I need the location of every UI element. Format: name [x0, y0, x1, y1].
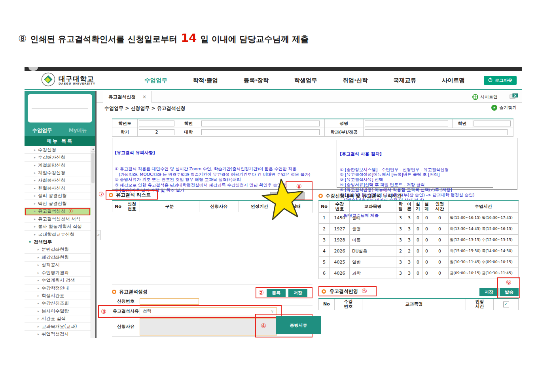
- table-cell: 생명: [350, 224, 396, 235]
- create-title: 유고결석생성: [119, 288, 148, 295]
- table-cell: 3: [405, 213, 414, 224]
- nav-item[interactable]: 취업·산학: [343, 77, 368, 84]
- sitemap-link[interactable]: 사이트맵: [472, 94, 498, 100]
- create-buttons-annotation-box: ② 등록 저장: [256, 287, 313, 298]
- sidebar-item[interactable]: ▸사회봉사신청: [25, 177, 95, 185]
- sidebar-item[interactable]: ▸헌혈봉사신청: [25, 185, 95, 192]
- dept-input[interactable]: [365, 129, 508, 135]
- arrow-right-icon: ▸: [34, 209, 36, 213]
- attach-documents-button[interactable]: 증빙서류: [276, 316, 321, 334]
- sidebar-item[interactable]: ▸수강신청: [25, 146, 95, 154]
- tab-close-icon[interactable]: ×: [142, 94, 146, 100]
- logo-subtitle: DAEGU UNIVERSITY: [59, 82, 95, 85]
- sidebar-tab-active[interactable]: 수업업무: [25, 127, 60, 134]
- nav-item[interactable]: 학적·졸업: [193, 77, 218, 84]
- reason-label: 신청사유: [112, 324, 140, 330]
- apply-save-button[interactable]: 저장: [479, 288, 498, 296]
- sidebar-item[interactable]: ▸시간표 검색: [25, 315, 95, 323]
- sidebar-item[interactable]: ▸성적공시: [25, 262, 95, 269]
- table-cell: 3: [396, 224, 405, 235]
- notice-line: ② [유고결석생성]메뉴에서 [등록]버튼 클릭 후 [저장]: [340, 172, 490, 177]
- arrow-right-icon: ▸: [34, 187, 36, 190]
- nav-item[interactable]: 등록·장학: [244, 77, 269, 84]
- arrow-right-icon: ▸: [38, 286, 39, 290]
- sidebar-item[interactable]: ▸생리 공결신청: [25, 192, 95, 200]
- scrollbar-thumb[interactable]: [91, 153, 95, 183]
- sidebar-item[interactable]: ▸취업적성검사: [25, 331, 95, 338]
- sidebar-scrollbar[interactable]: ▲: [91, 146, 95, 338]
- sidebar-item-label: 수업평가결과: [42, 270, 69, 276]
- list-title-annotation-box: 유고결석 리스트: [106, 190, 158, 200]
- sidebar-item[interactable]: ▸폐강강좌현황: [25, 254, 95, 261]
- annotation-circle-2: ②: [258, 290, 264, 296]
- register-button[interactable]: 등록: [267, 289, 286, 297]
- arrow-right-icon: ▸: [38, 332, 39, 336]
- table-row: 11450생태33000월(15:00~16:15) 월(16:30~17:45…: [319, 213, 519, 224]
- sidebar-item[interactable]: ▸수업평가결과: [25, 269, 95, 277]
- name-input[interactable]: [365, 121, 448, 126]
- sidebar-item[interactable]: ▸교과목개요(교과): [25, 323, 95, 330]
- scroll-up-icon[interactable]: ▲: [91, 146, 95, 152]
- sidebar-item-label: 수강신청: [38, 147, 56, 153]
- sidebar-item[interactable]: ▸국내학점교류신청: [25, 231, 95, 238]
- breadcrumb: 수업업무 > 신청업무 > 유고결석신청: [104, 105, 186, 112]
- sidebar-item[interactable]: ▸봉사 활동계획서 작성: [25, 223, 95, 230]
- power-icon: [488, 77, 492, 83]
- nav-item[interactable]: 학생업무: [294, 77, 317, 84]
- sidebar-item[interactable]: ▸수강학점안내: [25, 285, 95, 292]
- table-cell: 0: [422, 268, 431, 279]
- sidebar-item-label: 교과목개요(교과): [42, 324, 77, 330]
- sidebar-item[interactable]: ▸계절희망신청: [25, 162, 95, 169]
- arrow-right-icon: ▸: [34, 164, 36, 167]
- sidebar-item[interactable]: ∨검색업무: [25, 238, 95, 246]
- table-cell: 3: [405, 257, 414, 268]
- student-id-input[interactable]: [201, 121, 320, 126]
- year-input[interactable]: [139, 121, 174, 126]
- table-cell: 1: [319, 213, 330, 224]
- sidebar-item[interactable]: ▸계절수강신청: [25, 169, 95, 177]
- tab-absence-application[interactable]: 유고결석신청 ×: [103, 91, 152, 103]
- sidebar-item[interactable]: ▸분반강좌현황: [25, 246, 95, 254]
- arrow-right-icon: ▸: [34, 225, 36, 228]
- window-icon[interactable]: [510, 93, 518, 101]
- semester-input[interactable]: [139, 129, 174, 135]
- nav-item[interactable]: 사이트맵: [442, 77, 465, 84]
- table-cell: 3: [396, 235, 405, 246]
- sidebar-item[interactable]: ▸유고결석신청①: [25, 208, 95, 215]
- table-row: 64026과학33000금(09:00~10:15) 금(10:30~11:45…: [319, 268, 519, 279]
- logout-button[interactable]: 로그아웃: [484, 76, 517, 85]
- table-cell: 3: [405, 268, 414, 279]
- sidebar-item[interactable]: ▸학생시간표: [25, 292, 95, 300]
- student-id-label: 학번: [177, 119, 200, 128]
- send-button[interactable]: 발송: [500, 288, 519, 296]
- sidebar-tab-mymenu[interactable]: My메뉴: [60, 127, 95, 134]
- select-all-checkbox[interactable]: ✓: [503, 302, 509, 307]
- sidebar-item[interactable]: ▸수강신청조회: [25, 300, 95, 307]
- table-cell: 과학: [350, 268, 396, 279]
- column-header: No: [319, 201, 330, 213]
- absence-list-empty-area: [112, 212, 313, 285]
- table-cell: 0: [431, 268, 449, 279]
- table-cell: 0: [414, 235, 422, 246]
- nav-item[interactable]: 국제교류: [393, 77, 416, 84]
- nav-item[interactable]: 수업업무: [144, 77, 167, 84]
- sidebar-item-label: 수업계획서 검색: [42, 277, 75, 283]
- annotation-circle-5: ⑤: [362, 288, 367, 294]
- sidebar-item[interactable]: ▸수강허가신청: [25, 154, 95, 161]
- sidebar-item[interactable]: ▸백신 공결신청: [25, 200, 95, 207]
- sidebar-item[interactable]: ▸유고결석신청서 서식: [25, 215, 95, 223]
- table-cell: 월(12:00~13:15) 수(12:00~13:15): [449, 235, 519, 246]
- notice-line: ④ [증빙서류]선택 후 파일 업로드 - 저장 클릭: [340, 182, 490, 187]
- grade-input[interactable]: [474, 121, 511, 126]
- sidebar-item[interactable]: ▸수업계획서 검색: [25, 277, 95, 284]
- sidebar-item[interactable]: ▸봉사이수열람: [25, 307, 95, 315]
- column-header: No: [319, 298, 335, 310]
- college-input[interactable]: [201, 129, 320, 135]
- column-header: 이 론: [405, 201, 414, 213]
- request-no-input[interactable]: [140, 298, 199, 305]
- create-save-button[interactable]: 저장: [288, 289, 307, 297]
- sidebar-collapse-handle[interactable]: <: [97, 230, 100, 240]
- favorite-link[interactable]: ★ 즐겨찾기: [491, 105, 517, 111]
- arrow-right-icon: ▸: [34, 233, 36, 236]
- university-logo[interactable]: 대구대학교 DAEGU UNIVERSITY: [41, 72, 118, 88]
